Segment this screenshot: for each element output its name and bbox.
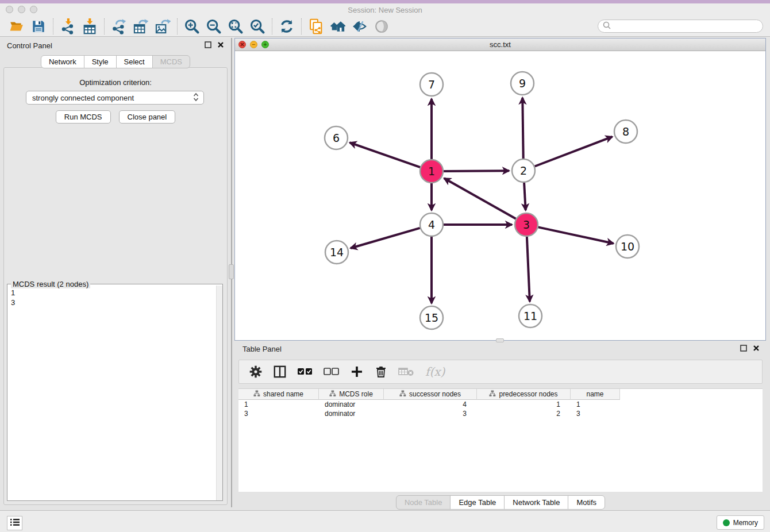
node-3[interactable]: 3 <box>515 213 538 236</box>
tab-node-table[interactable]: Node Table <box>396 495 451 510</box>
export-table-icon[interactable] <box>130 18 152 35</box>
table-cell[interactable]: 1 <box>571 400 620 408</box>
clone-network-icon[interactable] <box>305 18 327 35</box>
column-header-MCDS-role[interactable]: MCDS role <box>319 389 384 400</box>
mcds-result-scrollbar[interactable] <box>216 286 222 500</box>
table-cell[interactable]: 2 <box>477 410 571 418</box>
table-row[interactable]: 1dominator411 <box>238 400 763 409</box>
svg-text:4: 4 <box>428 218 435 231</box>
vertical-splitter-handle[interactable] <box>229 264 234 279</box>
edge-1-6[interactable] <box>350 142 421 167</box>
node-2[interactable]: 2 <box>512 159 535 182</box>
float-table-panel-icon[interactable] <box>740 344 747 354</box>
memory-button[interactable]: Memory <box>717 515 764 530</box>
export-network-icon[interactable] <box>108 18 130 35</box>
add-icon[interactable] <box>349 364 364 379</box>
edge-3-10[interactable] <box>538 227 614 243</box>
search-box[interactable] <box>598 20 763 33</box>
table-cell[interactable]: dominator <box>319 410 384 418</box>
close-table-panel-icon[interactable] <box>753 344 760 354</box>
mcds-result-text[interactable]: 1 3 <box>7 286 215 500</box>
network-titlebar[interactable]: ✕ − + scc.txt <box>235 38 765 51</box>
column-header-label: shared name <box>263 390 303 398</box>
svg-text:10: 10 <box>621 240 634 253</box>
svg-text:9: 9 <box>519 77 526 90</box>
app-titlebar: Session: New Session <box>0 3 770 16</box>
import-network-icon[interactable] <box>57 18 79 35</box>
node-table[interactable]: shared nameMCDS rolesuccessor nodesprede… <box>238 388 763 492</box>
main-toolbar <box>0 16 770 37</box>
maximize-window-icon[interactable] <box>30 6 37 13</box>
home-icon[interactable] <box>327 18 349 35</box>
column-header-predecessor-nodes[interactable]: predecessor nodes <box>477 389 571 400</box>
edge-1-2[interactable] <box>444 171 509 171</box>
node-1[interactable]: 1 <box>420 160 443 183</box>
node-15[interactable]: 15 <box>420 306 443 329</box>
tab-mcds[interactable]: MCDS <box>152 55 190 68</box>
tab-style[interactable]: Style <box>84 55 117 68</box>
edge-3-1[interactable] <box>444 178 516 218</box>
app-window-controls[interactable] <box>6 6 37 13</box>
table-cell[interactable]: dominator <box>319 400 384 408</box>
node-14[interactable]: 14 <box>325 241 348 264</box>
zoom-selected-icon[interactable] <box>247 18 268 35</box>
save-session-icon[interactable] <box>28 18 49 35</box>
import-table-icon[interactable] <box>79 18 101 35</box>
deselect-all-icon[interactable] <box>323 364 340 379</box>
minimize-window-icon[interactable] <box>18 6 25 13</box>
node-11[interactable]: 11 <box>519 304 542 327</box>
zoom-in-icon[interactable] <box>181 18 203 35</box>
table-cell[interactable]: 3 <box>238 410 319 418</box>
node-9[interactable]: 9 <box>511 72 534 95</box>
table-cell[interactable]: 4 <box>384 400 477 408</box>
edge-3-11[interactable] <box>527 237 530 302</box>
node-7[interactable]: 7 <box>420 73 443 96</box>
search-input[interactable] <box>612 22 763 30</box>
close-panel-button[interactable]: Close panel <box>119 110 176 124</box>
node-8[interactable]: 8 <box>614 120 637 143</box>
zoom-out-icon[interactable] <box>203 18 225 35</box>
tab-select[interactable]: Select <box>116 55 153 68</box>
edge-2-8[interactable] <box>535 137 613 167</box>
eye-slash-icon[interactable] <box>349 18 371 35</box>
tab-motifs[interactable]: Motifs <box>568 495 605 510</box>
column-header-shared-name[interactable]: shared name <box>238 389 319 400</box>
column-header-name[interactable]: name <box>571 389 620 400</box>
svg-text:f(x): f(x) <box>425 365 445 379</box>
maximize-network-icon[interactable]: + <box>261 41 269 48</box>
delete-icon[interactable] <box>374 364 388 379</box>
tab-network-table[interactable]: Network Table <box>504 495 568 510</box>
tab-edge-table[interactable]: Edge Table <box>450 495 505 510</box>
select-all-icon[interactable] <box>297 364 314 379</box>
run-mcds-button[interactable]: Run MCDS <box>56 110 111 124</box>
task-history-button[interactable] <box>7 516 22 530</box>
table-cell[interactable]: 3 <box>384 410 477 418</box>
svg-text:15: 15 <box>425 311 438 324</box>
toolbar-separator <box>301 18 302 34</box>
refresh-layout-icon[interactable] <box>276 18 298 35</box>
table-cell[interactable]: 1 <box>477 400 571 408</box>
minimize-network-icon[interactable]: − <box>250 41 257 48</box>
table-cell[interactable]: 3 <box>571 410 620 418</box>
criterion-dropdown[interactable]: strongly connected component <box>26 91 204 105</box>
network-canvas[interactable]: 7968124314101511 <box>235 51 765 340</box>
column-header-successor-nodes[interactable]: successor nodes <box>384 389 477 400</box>
settings-gear-icon[interactable] <box>248 364 263 379</box>
tab-network[interactable]: Network <box>41 55 84 68</box>
node-4[interactable]: 4 <box>420 213 443 236</box>
node-6[interactable]: 6 <box>325 126 348 149</box>
zoom-fit-icon[interactable] <box>225 18 247 35</box>
export-image-icon[interactable] <box>152 18 174 35</box>
node-10[interactable]: 10 <box>616 235 639 258</box>
open-folder-icon[interactable] <box>6 18 28 35</box>
close-network-icon[interactable]: ✕ <box>238 41 246 48</box>
table-row[interactable]: 3dominator323 <box>238 409 763 418</box>
float-panel-icon[interactable] <box>205 40 211 51</box>
split-columns-icon[interactable] <box>272 364 287 379</box>
edge-2-9[interactable] <box>522 98 523 159</box>
close-panel-icon[interactable] <box>217 40 224 51</box>
table-cell[interactable]: 1 <box>238 400 319 408</box>
edge-2-3[interactable] <box>524 183 526 210</box>
edge-4-14[interactable] <box>351 228 420 248</box>
close-window-icon[interactable] <box>6 6 13 13</box>
